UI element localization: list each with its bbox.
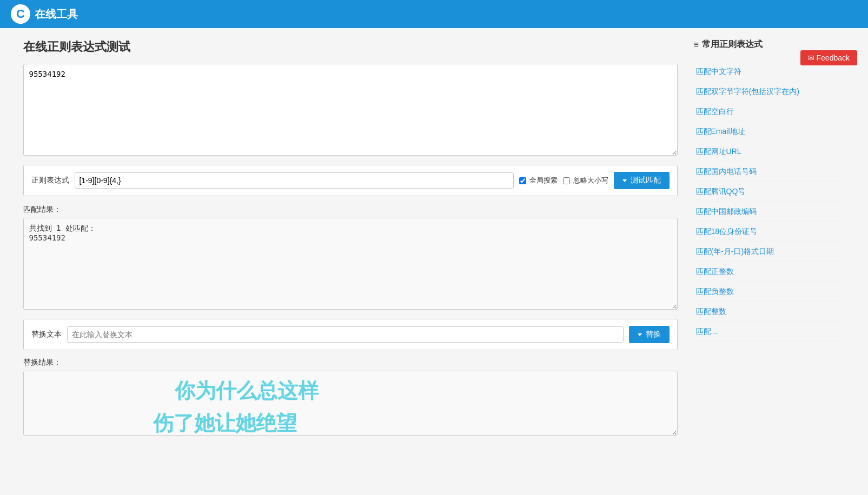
sidebar-item-link-13[interactable]: 匹配... [694,322,845,342]
replace-btn-label: 替换 [646,330,661,339]
sidebar-list-item: 匹配Email地址 [694,122,845,142]
sidebar-list-item: 匹配(年-月-日)格式日期 [694,242,845,262]
sidebar-list-item: 匹配负整数 [694,282,845,302]
result-label: 匹配结果： [23,205,678,215]
sidebar-item-link-5[interactable]: 匹配国内电话号码 [694,162,845,182]
test-input-textarea[interactable] [23,64,678,156]
global-search-checkbox[interactable] [519,177,526,184]
sidebar-item-link-6[interactable]: 匹配腾讯QQ号 [694,182,845,202]
result-textarea[interactable] [23,218,678,310]
global-search-group: 全局搜索 [519,176,558,185]
sidebar-list-item: 匹配... [694,322,845,342]
chevron-down-icon [622,179,627,182]
sidebar-list: 匹配中文字符匹配双字节字符(包括汉字在内)匹配空白行匹配Email地址匹配网址U… [694,62,845,342]
sidebar-item-link-7[interactable]: 匹配中国邮政编码 [694,202,845,222]
sidebar-item-link-3[interactable]: 匹配Email地址 [694,122,845,142]
logo-icon: C [11,4,30,24]
replace-input[interactable] [67,326,624,343]
main-container: 在线正则表达式测试 正则表达式 全局搜索 忽略大小写 测试匹配 匹配结果： [12,28,856,448]
test-match-label: 测试匹配 [631,176,661,185]
sidebar-item-link-12[interactable]: 匹配整数 [694,302,845,322]
sidebar-list-item: 匹配18位身份证号 [694,222,845,242]
sidebar-item-link-11[interactable]: 匹配负整数 [694,282,845,302]
ignore-case-label: 忽略大小写 [573,176,608,185]
sidebar-list-item: 匹配整数 [694,302,845,322]
replace-button[interactable]: 替换 [629,326,670,343]
sidebar-list-item: 匹配中国邮政编码 [694,202,845,222]
sidebar-item-link-4[interactable]: 匹配网址URL [694,142,845,162]
sidebar-list-item: 匹配网址URL [694,142,845,162]
sidebar-list-item: 匹配正整数 [694,262,845,282]
page-title: 在线正则表达式测试 [23,39,678,55]
sidebar-item-link-10[interactable]: 匹配正整数 [694,262,845,282]
test-match-button[interactable]: 测试匹配 [614,172,670,189]
ignore-case-checkbox[interactable] [563,177,570,184]
regex-input[interactable] [75,172,514,189]
sidebar-list-item: 匹配国内电话号码 [694,162,845,182]
ignore-case-group: 忽略大小写 [563,176,608,185]
sidebar-item-link-2[interactable]: 匹配空白行 [694,102,845,122]
sidebar-list-item: 匹配腾讯QQ号 [694,182,845,202]
replace-result-textarea[interactable] [23,371,678,436]
sidebar-item-link-9[interactable]: 匹配(年-月-日)格式日期 [694,242,845,262]
feedback-button[interactable]: ✉ Feedback [800,50,857,65]
regex-row: 正则表达式 全局搜索 忽略大小写 测试匹配 [23,165,678,196]
sidebar-item-link-8[interactable]: 匹配18位身份证号 [694,222,845,242]
replace-row: 替换文本 替换 [23,319,678,350]
logo-text: 在线工具 [35,7,78,22]
sidebar-title-text: 常用正则表达式 [702,39,763,50]
list-icon: ≡ [694,40,699,50]
logo-area: C 在线工具 [11,4,78,24]
sidebar-list-item: 匹配空白行 [694,102,845,122]
replace-label: 替换文本 [31,330,62,339]
regex-label: 正则表达式 [31,176,69,185]
sidebar-list-item: 匹配双字节字符(包括汉字在内) [694,82,845,102]
sidebar-item-link-1[interactable]: 匹配双字节字符(包括汉字在内) [694,82,845,102]
header: C 在线工具 [0,0,868,28]
left-content: 在线正则表达式测试 正则表达式 全局搜索 忽略大小写 测试匹配 匹配结果： [23,39,678,437]
replace-chevron-icon [638,333,642,336]
replace-result-label: 替换结果： [23,358,678,367]
global-search-label: 全局搜索 [529,176,558,185]
right-sidebar: ≡ 常用正则表达式 匹配中文字符匹配双字节字符(包括汉字在内)匹配空白行匹配Em… [694,39,845,437]
